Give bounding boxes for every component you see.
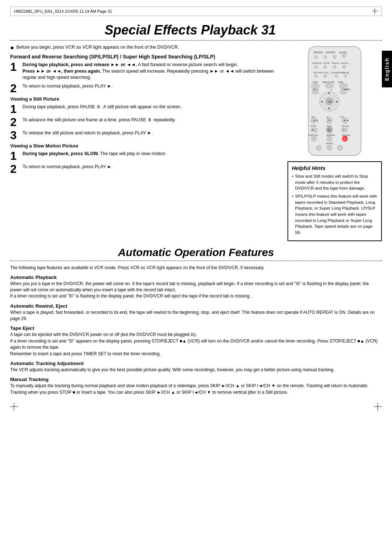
svg-text:VCR: VCR xyxy=(313,81,318,84)
svg-point-20 xyxy=(314,74,318,78)
svg-text:▼: ▼ xyxy=(327,106,331,110)
svg-point-29 xyxy=(339,84,348,89)
header-bar: H9821MD_DFU_EN1_0214 2/14/05 11:14 AM Pa… xyxy=(10,7,382,16)
svg-point-4 xyxy=(314,55,318,59)
hint-item-1: • Slow and Still modes will switch to St… xyxy=(292,173,377,191)
svg-text:▼: ▼ xyxy=(328,119,331,122)
still-step3: 3 To release the still picture and retur… xyxy=(10,129,281,141)
svg-text:PAUSE: PAUSE xyxy=(342,125,349,127)
svg-point-7 xyxy=(342,53,346,58)
intro-text: Before you begin, press VCR so VCR light… xyxy=(16,44,179,51)
slow-step2: 2 To return to normal playback, press PL… xyxy=(10,163,281,175)
slow-step-num-1: 1 xyxy=(10,150,20,162)
feature-heading-playback: Automatic Playback xyxy=(10,275,382,280)
hints-box: Helpful Hints • Slow and Still modes wil… xyxy=(287,161,382,241)
feature-tape-eject: Tape Eject A tape can be ejected with th… xyxy=(10,325,382,357)
svg-point-70 xyxy=(327,145,332,151)
remote-control-image: REPEAT REPEAT AUDIO SUBTITLE ZOOM ANGLE … xyxy=(297,46,373,158)
svg-text:■: ■ xyxy=(312,129,314,131)
svg-text:ZOOM: ZOOM xyxy=(323,62,330,64)
section2-divider xyxy=(10,260,382,261)
still-step1-text: During tape playback, press PAUSE ⏸. A s… xyxy=(23,103,182,110)
svg-text:▲: ▲ xyxy=(327,90,331,94)
svg-point-6 xyxy=(333,55,336,59)
section1-heading: Forward and Reverse Searching (SP/LP/SLP… xyxy=(10,54,281,60)
svg-point-71 xyxy=(337,145,343,151)
svg-text:MENU: MENU xyxy=(344,88,350,90)
feature-text-playback: When you put a tape in the DVD/VCR, the … xyxy=(10,281,382,300)
intro-bullet: ● Before you begin, press VCR so VCR lig… xyxy=(10,44,281,51)
section1-step2: 2 To return to normal playback, press PL… xyxy=(10,82,281,94)
title-divider xyxy=(10,40,382,41)
page-title: Special Effects Playback 31 xyxy=(10,23,370,38)
feature-heading-eject: Tape Eject xyxy=(10,325,382,331)
hint-bullet-2: • xyxy=(292,193,293,236)
bottom-left-crosshair xyxy=(10,403,18,411)
slow-step1-bold: During tape playback, press SLOW. xyxy=(23,151,99,156)
main-content: ● Before you begin, press VCR so VCR lig… xyxy=(10,44,382,241)
feature-manual-tracking: Manual Tracking To manually adjust the t… xyxy=(10,377,382,396)
svg-text:SPEED: SPEED xyxy=(326,142,333,145)
still-step1: 1 During tape playback, press PAUSE ⏸. A… xyxy=(10,103,281,115)
hint-text-1: Slow and Still modes will switch to Stop… xyxy=(295,173,377,191)
step1-bold2: Press ►► or ◄◄, then press again. xyxy=(23,69,101,74)
svg-point-34 xyxy=(312,90,319,94)
slow-step2-text: To return to normal playback, press PLAY… xyxy=(23,163,113,170)
svg-text:◄◄: ◄◄ xyxy=(313,119,318,122)
hint-item-2: • SP/LP/SLP means this feature will work… xyxy=(292,193,377,236)
still-step-num-3: 3 xyxy=(10,129,20,141)
svg-text:RETURN: RETURN xyxy=(314,72,322,74)
english-tab: English xyxy=(382,51,392,88)
svg-point-64 xyxy=(311,136,317,142)
header-meta: H9821MD_DFU_EN1_0214 2/14/05 11:14 AM Pa… xyxy=(14,9,112,13)
feature-text-tracking: The VCR adjusts tracking automatically t… xyxy=(10,367,382,373)
feature-text-eject: A tape can be ejected with the DVD/VCR p… xyxy=(10,332,382,357)
remote-wrapper: REPEAT REPEAT AUDIO SUBTITLE ZOOM ANGLE … xyxy=(287,46,382,158)
section2-heading: Viewing a Still Picture xyxy=(10,96,281,102)
slow-step-num-2: 2 xyxy=(10,163,20,175)
hint-bullet-1: • xyxy=(292,173,293,191)
bottom-right-crosshair xyxy=(374,403,382,411)
step-number-1: 1 xyxy=(10,61,20,73)
svg-point-35 xyxy=(340,90,347,94)
svg-text:MARKER: MARKER xyxy=(327,134,335,136)
slow-step1-text: During tape playback, press SLOW. The ta… xyxy=(23,150,166,157)
svg-point-14 xyxy=(333,65,336,69)
svg-text:●: ● xyxy=(343,137,345,141)
svg-text:DVD: DVD xyxy=(338,81,343,84)
svg-point-13 xyxy=(323,65,327,69)
svg-point-65 xyxy=(327,136,332,142)
still-step2: 2 To advance the still picture one frame… xyxy=(10,116,281,128)
svg-text:◄: ◄ xyxy=(320,100,323,104)
svg-point-22 xyxy=(335,74,338,78)
left-column: ● Before you begin, press VCR so VCR lig… xyxy=(10,44,281,241)
slow-step1-desc: The tape will play in slow motion. xyxy=(100,151,167,156)
hint-text-2: SP/LP/SLP means this feature will work w… xyxy=(295,193,377,236)
svg-text:SUP/CH: SUP/CH xyxy=(340,62,348,64)
svg-text:AUDIO: AUDIO xyxy=(339,51,347,54)
svg-point-21 xyxy=(323,74,327,78)
svg-text:OK: OK xyxy=(328,100,332,104)
feature-text-manual: To manually adjust the tracking during n… xyxy=(10,383,382,396)
svg-text:►: ► xyxy=(335,100,339,104)
svg-text:DISC/VCR: DISC/VCR xyxy=(322,81,334,84)
hints-title: Helpful Hints xyxy=(292,165,377,171)
svg-point-27 xyxy=(311,84,319,89)
svg-point-69 xyxy=(316,145,322,151)
svg-point-28 xyxy=(325,84,334,89)
svg-text:ANGLE: ANGLE xyxy=(332,62,339,64)
svg-text:TITLE: TITLE xyxy=(323,72,329,74)
still-step3-text: To release the still picture and return … xyxy=(23,129,153,137)
svg-point-5 xyxy=(323,55,327,59)
step-number-2: 2 xyxy=(10,82,20,94)
feature-auto-rewind: Automatic Rewind, Eject When a tape is p… xyxy=(10,303,382,322)
section3-heading: Viewing a Slow Motion Picture xyxy=(10,143,281,149)
svg-point-15 xyxy=(342,65,346,69)
svg-text:►►: ►► xyxy=(343,119,349,122)
step1-bold: During tape playback, press and release … xyxy=(23,62,137,67)
feature-automatic-playback: Automatic Playback When you put a tape i… xyxy=(10,275,382,300)
still-step-num-2: 2 xyxy=(10,116,20,128)
svg-text:REPEAT: REPEAT xyxy=(326,51,336,54)
section2-area: Automatic Operation Features The followi… xyxy=(10,246,382,396)
feature-heading-rewind: Automatic Rewind, Eject xyxy=(10,303,382,309)
